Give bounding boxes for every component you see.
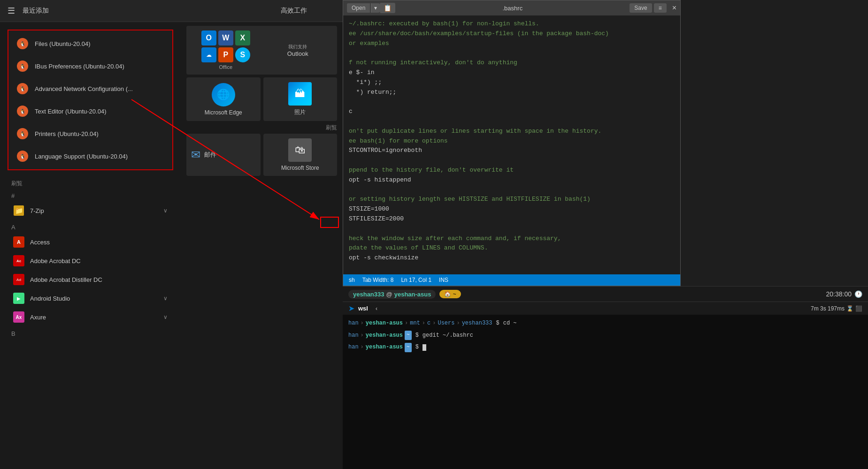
bc-mnt: mnt (410, 318, 420, 329)
time-display: 20:38:00 (826, 290, 852, 298)
edge-icon: 🌐 (212, 83, 235, 106)
store-tile[interactable]: 🛍 Microsoft Store (263, 134, 338, 176)
list-item[interactable]: A Access (11, 233, 169, 251)
code-line: or examples (349, 39, 675, 49)
recent-item-label: Text Editor (Ubuntu-20.04) (35, 108, 106, 115)
onedrive-icon: ☁ (201, 47, 216, 62)
save-button[interactable]: Save (630, 3, 652, 13)
code-line: ~/.bashrc: executed by bash(1) for non-l… (349, 19, 675, 29)
list-item[interactable]: 🐧 Text Editor (Ubuntu-20.04) (10, 100, 170, 122)
maximize-icon[interactable]: ⬛ (855, 305, 862, 312)
terminal-content[interactable]: han › yeshan-asus › mnt › c › Users › ye… (343, 315, 868, 356)
menu-button[interactable]: ≡ (654, 3, 667, 13)
list-item[interactable]: 🐧 Files (Ubuntu-20.04) (10, 32, 170, 55)
list-item[interactable]: 🐧 Advanced Network Configuration (... (10, 77, 170, 100)
we-support-label: 我们支持 (288, 44, 307, 50)
bc-sep: › (456, 318, 460, 329)
folder-icon: 📁 (13, 205, 24, 216)
android-icon: ▶ (13, 293, 24, 304)
excel-icon: X (235, 30, 250, 45)
hourglass-icon: ⌛ (846, 305, 853, 312)
code-line: STSIZE=1000 (349, 204, 675, 214)
section-title-efficient: 高效工作 (165, 7, 335, 15)
file-icon-button[interactable]: 📋 (380, 3, 395, 13)
browse-right-label: 刷覧 (186, 124, 337, 132)
expand-arrow[interactable]: ∨ (163, 295, 168, 302)
bashrc-statusbar: sh Tab Width: 8 Ln 17, Col 1 INS (343, 274, 680, 286)
open-button[interactable]: Open (347, 3, 370, 13)
edge-tile[interactable]: 🌐 Microsoft Edge (186, 77, 261, 121)
photos-icon: 🏔 (288, 82, 312, 106)
photos-tile[interactable]: 🏔 照片 (263, 77, 338, 121)
ubuntu-icon: 🐧 (16, 127, 29, 140)
ubuntu-icon: 🐧 (16, 105, 29, 118)
access-icon: A (13, 236, 24, 248)
bashrc-btn-group: Save ≡ × (630, 3, 676, 13)
open-btn-group[interactable]: Open ▾ (347, 3, 380, 13)
list-item[interactable]: 🐧 Language Support (Ubuntu-20.04) (10, 145, 170, 167)
ins-indicator: INS (439, 277, 448, 283)
store-icon: 🛍 (288, 138, 312, 162)
hamburger-icon[interactable]: ☰ (8, 6, 15, 16)
open-dropdown-button[interactable]: ▾ (371, 3, 380, 13)
bc-sep: › (361, 342, 364, 353)
arrow-icon: ➤ (348, 304, 354, 313)
list-item[interactable]: 📁 7-Zip ∨ (11, 201, 169, 220)
bashrc-window: Open ▾ 📋 .bashrc Save ≡ × ~/.bashrc: exe… (343, 0, 681, 286)
recent-item-label: IBus Preferences (Ubuntu-20.04) (35, 63, 124, 70)
user-label: yeshan333 (353, 291, 384, 298)
bc-sep: › (432, 318, 436, 329)
mail-tile[interactable]: ✉ 邮件 (186, 134, 261, 176)
terminal-panel: yeshan333 @ yeshan-asus 🏠 ~ 20:38:00 🕐 ➤… (343, 286, 868, 469)
outlook-tile-label: Outlook (287, 50, 308, 57)
terminal-wsl-row: ➤ wsl ‹ 7m 3s 197ms ⌛ ⬛ (343, 302, 868, 315)
bc-sep: › (422, 318, 425, 329)
code-line: pdate the values of LINES and COLUMNS. (349, 243, 675, 253)
at-symbol: @ (386, 291, 392, 298)
start-menu-header: ☰ 最近添加 高效工作 (0, 0, 343, 22)
code-line: on't put duplicate lines or lines starti… (349, 127, 675, 136)
bc-host2: yeshan-asus (366, 331, 403, 341)
recent-item-label: Language Support (Ubuntu-20.04) (35, 153, 128, 160)
ubuntu-icon: 🐧 (16, 37, 29, 50)
position-indicator: Ln 17, Col 1 (401, 277, 431, 283)
ubuntu-icon: 🐧 (16, 82, 29, 95)
code-line (349, 224, 675, 234)
edge-label: Microsoft Edge (205, 109, 242, 116)
code-line (349, 117, 675, 127)
store-label: Microsoft Store (281, 165, 319, 171)
list-item[interactable]: Ax Axure ∨ (11, 308, 169, 326)
bashrc-content[interactable]: ~/.bashrc: executed by bash(1) for non-l… (343, 15, 680, 272)
office-label: Office (219, 64, 232, 70)
acrobat-label: Adobe Acrobat DC (30, 257, 81, 265)
list-item[interactable]: Ac Adobe Acrobat DC (11, 251, 169, 270)
list-item[interactable]: ▶ Android Studio ∨ (11, 289, 169, 308)
code-line (349, 185, 675, 195)
ubuntu-icon: 🐧 (16, 150, 29, 163)
advanced-network-config-label: Advanced Network Configuration (... (35, 85, 133, 92)
terminal-header: yeshan333 @ yeshan-asus 🏠 ~ 20:38:00 🕐 (343, 287, 868, 302)
bc-users: Users (438, 318, 454, 329)
bc-host1: yeshan-asus (366, 318, 403, 329)
recent-item-label: Printers (Ubuntu-20.04) (35, 130, 99, 137)
language-indicator: sh (349, 277, 355, 283)
cmd-cd: cd ~ (503, 318, 517, 329)
expand-arrow[interactable]: ∨ (163, 314, 168, 320)
photos-label: 照片 (294, 108, 306, 116)
nav-left-icon[interactable]: ‹ (376, 305, 377, 312)
expand-arrow[interactable]: ∨ (163, 207, 168, 214)
list-item[interactable]: Ad Adobe Acrobat Distiller DC (11, 270, 169, 289)
outlook-tile[interactable]: 我们支持 Outlook (263, 30, 333, 70)
code-line: ppend to the history file, don't overwri… (349, 166, 675, 175)
code-line: e $- in (349, 68, 675, 78)
code-line: heck the window size after each command … (349, 234, 675, 244)
bashrc-title: .bashrc (395, 5, 630, 12)
bc-sep: › (361, 331, 364, 341)
code-line: f not running interactively, don't do an… (349, 58, 675, 68)
list-item[interactable]: 🐧 IBus Preferences (Ubuntu-20.04) (10, 55, 170, 77)
list-item[interactable]: 🐧 Printers (Ubuntu-20.04) (10, 122, 170, 145)
bc-dollar: $ (496, 318, 499, 329)
app-list-scroll[interactable]: 刷覧 # 📁 7-Zip ∨ A A (4, 174, 177, 469)
close-button[interactable]: × (672, 3, 676, 13)
wsl-label: wsl (358, 305, 368, 312)
